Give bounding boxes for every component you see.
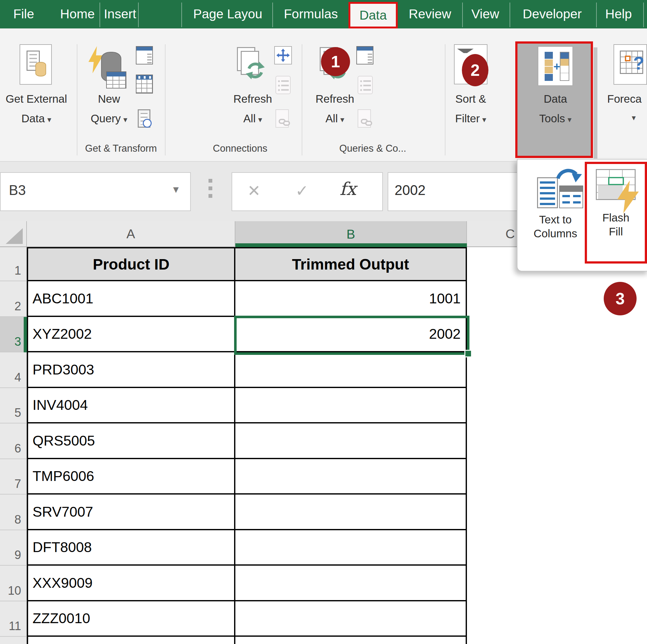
tab-formulas[interactable]: Formulas — [278, 0, 344, 28]
cell-A6[interactable]: QRS5005 — [27, 423, 235, 459]
recent-sources-button[interactable] — [138, 109, 152, 129]
cell-B6[interactable] — [235, 423, 467, 459]
cell-B9[interactable] — [235, 530, 467, 566]
row-header-1[interactable]: 1 — [0, 247, 27, 281]
cell-A12-partial[interactable] — [27, 637, 235, 644]
tab-developer[interactable]: Developer — [514, 0, 590, 28]
enter-icon[interactable]: ✓ — [295, 182, 309, 200]
data-tools-button[interactable]: + Data Tools▾ — [515, 42, 593, 158]
orange-cell-icon — [625, 56, 631, 61]
cell-B12-partial[interactable] — [235, 637, 467, 644]
insert-function-icon[interactable]: fx — [340, 178, 356, 199]
name-box[interactable]: B3 ▼ — [0, 172, 191, 211]
link-icon — [283, 121, 290, 126]
chevron-down-icon: ▾ — [123, 115, 127, 124]
tab-review[interactable]: Review — [405, 0, 455, 28]
tab-view[interactable]: View — [466, 0, 504, 28]
chevron-down-icon: ▾ — [48, 115, 52, 124]
step-3-badge: 3 — [604, 282, 637, 315]
workbook-connections-button-disabled[interactable] — [276, 76, 291, 94]
cell-A1[interactable]: Product ID — [27, 247, 235, 281]
properties-button[interactable] — [274, 46, 292, 64]
cell-B4[interactable] — [235, 352, 467, 388]
cell-B5[interactable] — [235, 388, 467, 423]
chevron-down-icon: ▾ — [258, 115, 262, 124]
forecast-button[interactable]: ? — [614, 44, 647, 85]
tab-data-active[interactable]: Data — [349, 2, 398, 28]
cell-B2[interactable]: 1001 — [235, 281, 467, 317]
row-header-3-selected[interactable]: 3 — [0, 317, 27, 352]
row-header-7[interactable]: 7 — [0, 459, 27, 495]
select-all-cell[interactable] — [0, 221, 27, 247]
row-header-12-partial[interactable] — [0, 637, 27, 644]
column-header-b-selected[interactable]: B — [235, 221, 467, 247]
new-query-button[interactable] — [88, 45, 129, 89]
cell-A3[interactable]: XYZ2002 — [27, 317, 235, 352]
get-external-data-label2[interactable]: Data▾ — [0, 112, 73, 125]
new-query-label: New — [88, 92, 130, 105]
menu-divider — [510, 3, 510, 27]
fill-handle[interactable] — [464, 350, 472, 357]
cell-A5[interactable]: INV4004 — [27, 388, 235, 423]
cell-B11[interactable] — [235, 601, 467, 637]
show-queries-button[interactable] — [356, 46, 373, 64]
row-header-8[interactable]: 8 — [0, 495, 27, 530]
document-icon — [537, 177, 558, 208]
cell-A9[interactable]: DFT8008 — [27, 530, 235, 566]
refresh-all-button-connections[interactable] — [237, 46, 267, 87]
properties-icon — [275, 47, 291, 64]
row-header-10[interactable]: 10 — [0, 566, 27, 601]
cell-A4[interactable]: PRD3003 — [27, 352, 235, 388]
database-icon — [35, 62, 46, 76]
edit-links-button-disabled[interactable] — [358, 109, 373, 129]
cancel-icon[interactable]: ✕ — [247, 182, 261, 200]
group-divider — [77, 44, 77, 155]
column-header-a[interactable]: A — [27, 221, 235, 247]
filter-table-button[interactable] — [136, 75, 153, 93]
forecast-chevron[interactable]: ▾ — [624, 112, 643, 121]
cell-A10[interactable]: XXX9009 — [27, 566, 235, 601]
row-header-5[interactable]: 5 — [0, 388, 27, 423]
cell-A8[interactable]: SRV7007 — [27, 495, 235, 530]
new-query-label2[interactable]: Query▾ — [81, 112, 137, 125]
row-header-11[interactable]: 11 — [0, 601, 27, 637]
flash-fill-button[interactable]: Flash Fill — [585, 162, 647, 264]
group-label-queries: Queries & Co... — [326, 143, 420, 154]
group-label-get-transform: Get & Transform — [80, 143, 162, 154]
from-table-button[interactable] — [136, 46, 153, 64]
tab-file[interactable]: File — [9, 0, 38, 28]
excel-window: File Home Insert Page Layou Formulas Rev… — [0, 0, 647, 644]
cell-B10[interactable] — [235, 566, 467, 601]
cell-A2[interactable]: ABC1001 — [27, 281, 235, 317]
cell-A11[interactable]: ZZZ0010 — [27, 601, 235, 637]
tab-insert[interactable]: Insert — [103, 0, 137, 28]
row-header-9[interactable]: 9 — [0, 530, 27, 566]
cell-A7[interactable]: TMP6006 — [27, 459, 235, 495]
formula-controls: ✕ ✓ fx — [231, 172, 383, 211]
sort-filter-label2[interactable]: Filter▾ — [442, 112, 499, 125]
cell-B1[interactable]: Trimmed Output — [235, 247, 467, 281]
row-header-6[interactable]: 6 — [0, 423, 27, 459]
tab-page-layout[interactable]: Page Layou — [187, 0, 269, 28]
tab-home[interactable]: Home — [59, 0, 96, 28]
cell-B7[interactable] — [235, 459, 467, 495]
shadow — [594, 48, 597, 159]
refresh-all-label2[interactable]: All▾ — [309, 112, 360, 125]
group-label-connections: Connections — [193, 143, 287, 154]
name-box-dropdown-icon[interactable]: ▼ — [171, 184, 181, 195]
refresh-all-label2[interactable]: All▾ — [227, 112, 278, 125]
data-tools-label: Data — [527, 92, 584, 105]
row-header-4[interactable]: 4 — [0, 352, 27, 388]
row-header-2[interactable]: 2 — [0, 281, 27, 317]
text-to-columns-button[interactable]: Text to Columns — [524, 163, 587, 245]
get-external-data-button[interactable] — [19, 44, 52, 85]
get-external-data-label: Get External — [0, 92, 73, 105]
tab-data-label: Data — [360, 8, 387, 23]
cell-B8[interactable] — [235, 495, 467, 530]
queries-connections-button-disabled[interactable] — [358, 76, 373, 94]
tab-help[interactable]: Help — [602, 0, 635, 28]
selected-row-strip — [24, 317, 27, 352]
edit-links-button-disabled[interactable] — [276, 109, 291, 129]
chevron-down-icon: ▾ — [568, 115, 572, 124]
menu-divider — [643, 3, 644, 27]
